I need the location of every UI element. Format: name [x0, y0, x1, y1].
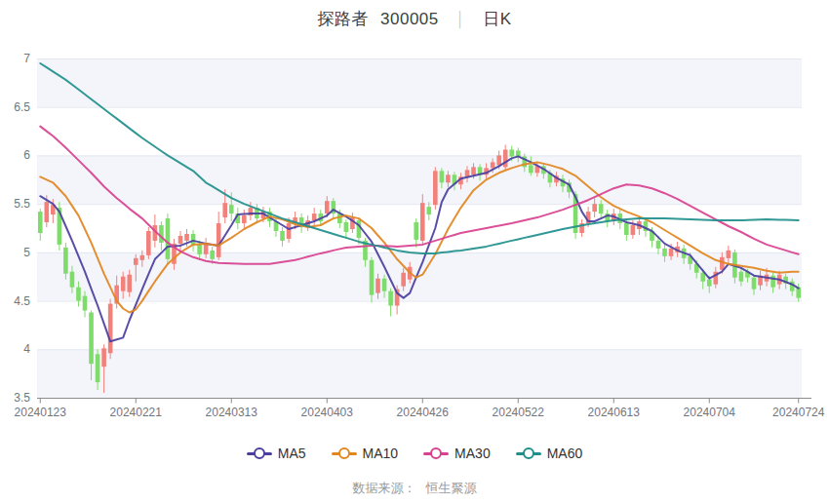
x-axis-label: 20240123 — [15, 406, 67, 419]
y-axis-label: 3.5 — [14, 391, 30, 405]
legend-line-circle-icon — [516, 447, 541, 459]
data-source-footer: 数据来源： 恒生聚源 — [0, 480, 829, 497]
legend-label: MA10 — [363, 446, 399, 461]
kline-chart-canvas[interactable]: 2024012320240221202403132024040320240426… — [0, 0, 829, 504]
legend-line-circle-icon — [247, 447, 272, 459]
chart-legend: MA5MA10MA30MA60 — [0, 446, 829, 461]
x-axis-label: 20240704 — [684, 406, 736, 419]
y-axis-label: 6 — [23, 148, 30, 162]
y-axis-label: 4.5 — [14, 294, 30, 308]
legend-label: MA5 — [278, 446, 306, 461]
legend-item-ma10[interactable]: MA10 — [332, 446, 399, 461]
data-source-label: 数据来源： — [353, 480, 416, 497]
x-axis-label: 20240613 — [588, 406, 641, 419]
data-source-name: 恒生聚源 — [426, 480, 477, 497]
legend-label: MA60 — [547, 446, 583, 461]
legend-item-ma30[interactable]: MA30 — [423, 446, 491, 461]
stock-chart-page: 探路者 300005 │ 日K 202401232024022120240313… — [0, 0, 829, 504]
legend-line-circle-icon — [423, 447, 449, 459]
x-axis-label: 20240522 — [493, 406, 545, 419]
x-axis-label: 20240724 — [772, 406, 825, 419]
y-axis-label: 5.5 — [14, 197, 30, 211]
y-axis-label: 5 — [23, 246, 30, 259]
legend-item-ma60[interactable]: MA60 — [516, 446, 583, 461]
x-axis-label: 20240403 — [301, 406, 354, 419]
legend-line-circle-icon — [332, 447, 357, 459]
x-axis-label: 20240221 — [110, 406, 163, 419]
legend-label: MA30 — [454, 446, 491, 461]
y-axis-label: 6.5 — [14, 100, 30, 114]
legend-item-ma5[interactable]: MA5 — [247, 446, 306, 461]
x-axis-label: 20240426 — [397, 406, 450, 419]
y-axis-label: 4 — [23, 342, 30, 356]
y-axis-label: 7 — [23, 52, 30, 65]
x-axis-label: 20240313 — [206, 406, 258, 419]
